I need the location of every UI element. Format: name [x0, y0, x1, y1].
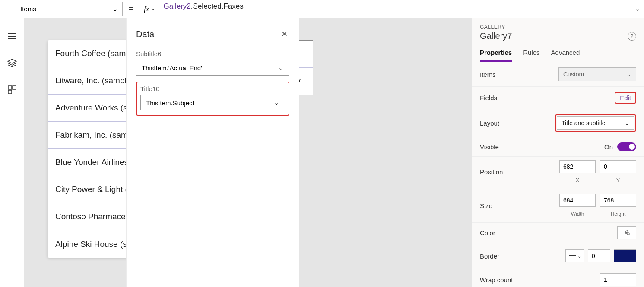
fx-icon: fx: [144, 5, 149, 13]
visible-label: Visible: [480, 143, 499, 151]
equals-sign: =: [123, 4, 140, 13]
chevron-down-icon: ⌄: [278, 64, 284, 72]
fields-edit-link[interactable]: Edit: [620, 94, 631, 101]
fields-edit-highlight: Edit: [615, 92, 636, 104]
chevron-down-icon: ⌄: [626, 71, 631, 78]
position-label: Position: [480, 168, 503, 176]
formula-expand-button[interactable]: ⌄: [631, 6, 644, 12]
border-width-input[interactable]: [588, 249, 610, 262]
border-color-button[interactable]: [614, 249, 636, 262]
field-label-subtitle: Subtitle6: [136, 50, 289, 57]
title-field-highlight: Title10 ThisItem.Subject ⌄: [136, 82, 289, 116]
position-x-input[interactable]: [559, 160, 596, 173]
layout-select[interactable]: Title and subtitle ⌄: [557, 116, 634, 130]
tab-rules[interactable]: Rules: [523, 49, 539, 62]
layout-highlight: Title and subtitle ⌄: [555, 114, 636, 132]
canvas[interactable]: Fourth Coffee (sample)› Litware, Inc. (s…: [24, 18, 472, 287]
color-label: Color: [480, 229, 495, 237]
fx-button[interactable]: fx ⌄: [140, 2, 159, 16]
property-dropdown[interactable]: Items ⌄: [16, 2, 123, 16]
chevron-down-icon: ⌄: [577, 254, 581, 259]
chevron-down-icon: ⌄: [151, 6, 155, 12]
hamburger-icon[interactable]: [7, 31, 17, 41]
data-panel: Data ✕ Subtitle6 ThisItem.'Actual End' ⌄…: [126, 18, 299, 287]
size-label: Size: [480, 202, 492, 209]
chevron-down-icon: ⌄: [112, 5, 118, 13]
svg-marker-3: [8, 59, 16, 63]
items-select[interactable]: Custom ⌄: [558, 67, 636, 81]
components-icon[interactable]: [7, 85, 17, 95]
border-label: Border: [480, 252, 499, 260]
position-y-input[interactable]: [600, 160, 636, 173]
svg-rect-5: [13, 86, 16, 89]
border-style-select[interactable]: ⌄: [565, 249, 584, 262]
left-rail: [0, 18, 24, 287]
size-width-input[interactable]: [559, 194, 596, 207]
layers-icon[interactable]: [7, 58, 17, 68]
subtitle-field-select[interactable]: ThisItem.'Actual End' ⌄: [136, 60, 289, 76]
svg-rect-6: [8, 90, 12, 94]
formula-input[interactable]: Gallery2.Selected.Faxes: [159, 2, 631, 16]
property-dropdown-label: Items: [20, 5, 36, 13]
wrap-count-input[interactable]: [600, 273, 636, 286]
visible-state: On: [604, 143, 613, 151]
tab-advanced[interactable]: Advanced: [551, 49, 580, 62]
tab-properties[interactable]: Properties: [480, 49, 512, 62]
chevron-down-icon: ⌄: [625, 120, 630, 126]
size-height-input[interactable]: [600, 194, 636, 207]
chevron-down-icon: ⌄: [274, 99, 279, 107]
items-label: Items: [480, 71, 496, 78]
layout-label: Layout: [480, 120, 499, 127]
properties-panel: GALLERY Gallery7 ? Properties Rules Adva…: [472, 18, 644, 287]
control-name: Gallery7: [480, 31, 512, 41]
fields-label: Fields: [480, 94, 497, 101]
field-label-title: Title10: [140, 85, 285, 92]
data-panel-title: Data: [136, 29, 154, 39]
visible-toggle[interactable]: [617, 142, 636, 151]
help-icon[interactable]: ?: [628, 32, 636, 41]
wrap-count-label: Wrap count: [480, 276, 513, 284]
color-picker-button[interactable]: [617, 226, 636, 239]
svg-rect-4: [8, 86, 12, 89]
control-type-label: GALLERY: [480, 24, 636, 30]
title-field-select[interactable]: ThisItem.Subject ⌄: [140, 95, 285, 110]
close-icon[interactable]: ✕: [279, 28, 289, 41]
